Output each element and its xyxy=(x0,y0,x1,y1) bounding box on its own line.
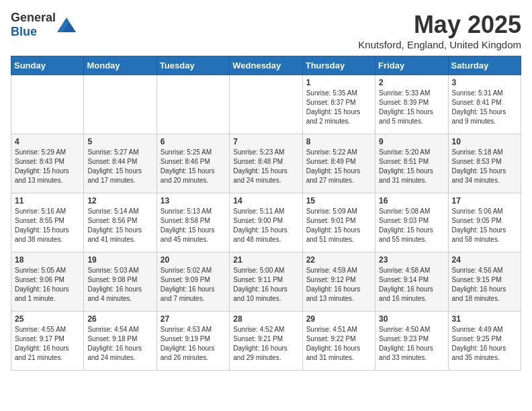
calendar-cell xyxy=(157,75,229,134)
day-info: Sunrise: 5:03 AM Sunset: 9:08 PM Dayligh… xyxy=(87,266,152,304)
day-number: 7 xyxy=(233,137,298,146)
day-info: Sunrise: 4:55 AM Sunset: 9:17 PM Dayligh… xyxy=(15,325,80,363)
day-info: Sunrise: 5:27 AM Sunset: 8:44 PM Dayligh… xyxy=(87,148,152,185)
day-info: Sunrise: 5:22 AM Sunset: 8:49 PM Dayligh… xyxy=(306,148,371,185)
calendar-cell: 25Sunrise: 4:55 AM Sunset: 9:17 PM Dayli… xyxy=(11,312,84,371)
weekday-header-row: SundayMondayTuesdayWednesdayThursdayFrid… xyxy=(11,56,521,75)
logo-blue: Blue xyxy=(11,25,37,38)
logo: General Blue xyxy=(11,11,76,39)
day-info: Sunrise: 4:50 AM Sunset: 9:23 PM Dayligh… xyxy=(379,325,444,363)
calendar-cell: 1Sunrise: 5:35 AM Sunset: 8:37 PM Daylig… xyxy=(302,75,375,134)
day-info: Sunrise: 5:14 AM Sunset: 8:56 PM Dayligh… xyxy=(87,207,152,244)
day-number: 11 xyxy=(15,196,80,205)
day-number: 9 xyxy=(379,137,444,146)
day-info: Sunrise: 5:06 AM Sunset: 9:05 PM Dayligh… xyxy=(452,207,517,244)
calendar-cell: 18Sunrise: 5:05 AM Sunset: 9:06 PM Dayli… xyxy=(11,253,84,312)
month-year: May 2025 xyxy=(358,11,521,39)
calendar-cell: 21Sunrise: 5:00 AM Sunset: 9:11 PM Dayli… xyxy=(230,253,302,312)
calendar-cell xyxy=(230,75,302,134)
weekday-header-sunday: Sunday xyxy=(11,56,84,75)
day-info: Sunrise: 4:56 AM Sunset: 9:15 PM Dayligh… xyxy=(452,266,517,304)
day-info: Sunrise: 4:49 AM Sunset: 9:25 PM Dayligh… xyxy=(452,325,517,363)
day-info: Sunrise: 4:51 AM Sunset: 9:22 PM Dayligh… xyxy=(306,325,371,363)
day-info: Sunrise: 5:00 AM Sunset: 9:11 PM Dayligh… xyxy=(233,266,298,304)
day-number: 26 xyxy=(87,314,152,324)
day-number: 12 xyxy=(87,196,152,205)
calendar-cell xyxy=(84,75,157,134)
day-number: 25 xyxy=(15,314,80,324)
calendar-cell: 9Sunrise: 5:20 AM Sunset: 8:51 PM Daylig… xyxy=(375,134,448,193)
calendar-cell: 16Sunrise: 5:08 AM Sunset: 9:03 PM Dayli… xyxy=(375,193,448,253)
day-number: 15 xyxy=(306,196,371,205)
day-info: Sunrise: 4:53 AM Sunset: 9:19 PM Dayligh… xyxy=(161,325,226,363)
calendar-cell: 26Sunrise: 4:54 AM Sunset: 9:18 PM Dayli… xyxy=(84,312,157,371)
calendar-cell: 31Sunrise: 4:49 AM Sunset: 9:25 PM Dayli… xyxy=(448,312,521,371)
day-info: Sunrise: 5:18 AM Sunset: 8:53 PM Dayligh… xyxy=(452,148,517,185)
day-info: Sunrise: 5:11 AM Sunset: 9:00 PM Dayligh… xyxy=(233,207,298,244)
day-info: Sunrise: 4:58 AM Sunset: 9:14 PM Dayligh… xyxy=(379,266,444,304)
calendar-cell: 17Sunrise: 5:06 AM Sunset: 9:05 PM Dayli… xyxy=(448,193,521,253)
day-info: Sunrise: 5:09 AM Sunset: 9:01 PM Dayligh… xyxy=(306,207,371,244)
day-number: 21 xyxy=(233,255,298,265)
calendar-cell: 5Sunrise: 5:27 AM Sunset: 8:44 PM Daylig… xyxy=(84,134,157,193)
day-info: Sunrise: 5:33 AM Sunset: 8:39 PM Dayligh… xyxy=(379,89,444,126)
day-number: 18 xyxy=(15,255,80,265)
day-info: Sunrise: 5:08 AM Sunset: 9:03 PM Dayligh… xyxy=(379,207,444,244)
location: Knutsford, England, United Kingdom xyxy=(358,39,521,50)
calendar-cell: 4Sunrise: 5:29 AM Sunset: 8:43 PM Daylig… xyxy=(11,134,84,193)
calendar-row-2: 11Sunrise: 5:16 AM Sunset: 8:55 PM Dayli… xyxy=(11,193,521,253)
weekday-header-monday: Monday xyxy=(84,56,157,75)
day-info: Sunrise: 4:52 AM Sunset: 9:21 PM Dayligh… xyxy=(233,325,298,363)
title-block: May 2025 Knutsford, England, United King… xyxy=(358,11,521,50)
page-header: General Blue May 2025 Knutsford, England… xyxy=(11,11,521,50)
day-number: 23 xyxy=(379,255,444,265)
day-info: Sunrise: 4:59 AM Sunset: 9:12 PM Dayligh… xyxy=(306,266,371,304)
day-info: Sunrise: 5:05 AM Sunset: 9:06 PM Dayligh… xyxy=(15,266,80,304)
calendar-row-3: 18Sunrise: 5:05 AM Sunset: 9:06 PM Dayli… xyxy=(11,253,521,312)
calendar-cell: 15Sunrise: 5:09 AM Sunset: 9:01 PM Dayli… xyxy=(302,193,375,253)
calendar-cell: 13Sunrise: 5:13 AM Sunset: 8:58 PM Dayli… xyxy=(157,193,229,253)
calendar-cell: 10Sunrise: 5:18 AM Sunset: 8:53 PM Dayli… xyxy=(448,134,521,193)
day-number: 27 xyxy=(161,314,226,324)
calendar-cell: 7Sunrise: 5:23 AM Sunset: 8:48 PM Daylig… xyxy=(230,134,302,193)
calendar-cell: 11Sunrise: 5:16 AM Sunset: 8:55 PM Dayli… xyxy=(11,193,84,253)
calendar-cell: 28Sunrise: 4:52 AM Sunset: 9:21 PM Dayli… xyxy=(230,312,302,371)
logo-text: General Blue xyxy=(11,11,56,39)
day-info: Sunrise: 5:16 AM Sunset: 8:55 PM Dayligh… xyxy=(15,207,80,244)
day-info: Sunrise: 5:13 AM Sunset: 8:58 PM Dayligh… xyxy=(161,207,226,244)
calendar-row-0: 1Sunrise: 5:35 AM Sunset: 8:37 PM Daylig… xyxy=(11,75,521,134)
calendar-cell: 29Sunrise: 4:51 AM Sunset: 9:22 PM Dayli… xyxy=(302,312,375,371)
logo-icon xyxy=(57,17,76,32)
weekday-header-thursday: Thursday xyxy=(302,56,375,75)
calendar-cell: 6Sunrise: 5:25 AM Sunset: 8:46 PM Daylig… xyxy=(157,134,229,193)
day-number: 5 xyxy=(87,137,152,146)
weekday-header-tuesday: Tuesday xyxy=(157,56,229,75)
calendar-cell: 23Sunrise: 4:58 AM Sunset: 9:14 PM Dayli… xyxy=(375,253,448,312)
day-info: Sunrise: 5:23 AM Sunset: 8:48 PM Dayligh… xyxy=(233,148,298,185)
calendar-cell xyxy=(11,75,84,134)
calendar-cell: 12Sunrise: 5:14 AM Sunset: 8:56 PM Dayli… xyxy=(84,193,157,253)
day-number: 2 xyxy=(379,78,444,87)
day-number: 4 xyxy=(15,137,80,146)
calendar-cell: 24Sunrise: 4:56 AM Sunset: 9:15 PM Dayli… xyxy=(448,253,521,312)
day-info: Sunrise: 5:20 AM Sunset: 8:51 PM Dayligh… xyxy=(379,148,444,185)
day-number: 19 xyxy=(87,255,152,265)
day-info: Sunrise: 5:02 AM Sunset: 9:09 PM Dayligh… xyxy=(161,266,226,304)
calendar-cell: 3Sunrise: 5:31 AM Sunset: 8:41 PM Daylig… xyxy=(448,75,521,134)
calendar-row-1: 4Sunrise: 5:29 AM Sunset: 8:43 PM Daylig… xyxy=(11,134,521,193)
day-info: Sunrise: 4:54 AM Sunset: 9:18 PM Dayligh… xyxy=(87,325,152,363)
day-number: 31 xyxy=(452,314,517,324)
day-number: 6 xyxy=(161,137,226,146)
day-info: Sunrise: 5:31 AM Sunset: 8:41 PM Dayligh… xyxy=(452,89,517,126)
calendar-cell: 22Sunrise: 4:59 AM Sunset: 9:12 PM Dayli… xyxy=(302,253,375,312)
calendar-row-4: 25Sunrise: 4:55 AM Sunset: 9:17 PM Dayli… xyxy=(11,312,521,371)
day-number: 1 xyxy=(306,78,371,87)
day-number: 17 xyxy=(452,196,517,205)
calendar-cell: 20Sunrise: 5:02 AM Sunset: 9:09 PM Dayli… xyxy=(157,253,229,312)
calendar-cell: 19Sunrise: 5:03 AM Sunset: 9:08 PM Dayli… xyxy=(84,253,157,312)
day-number: 8 xyxy=(306,137,371,146)
weekday-header-saturday: Saturday xyxy=(448,56,521,75)
day-number: 3 xyxy=(452,78,517,87)
day-number: 14 xyxy=(233,196,298,205)
logo-general: General xyxy=(11,11,56,24)
